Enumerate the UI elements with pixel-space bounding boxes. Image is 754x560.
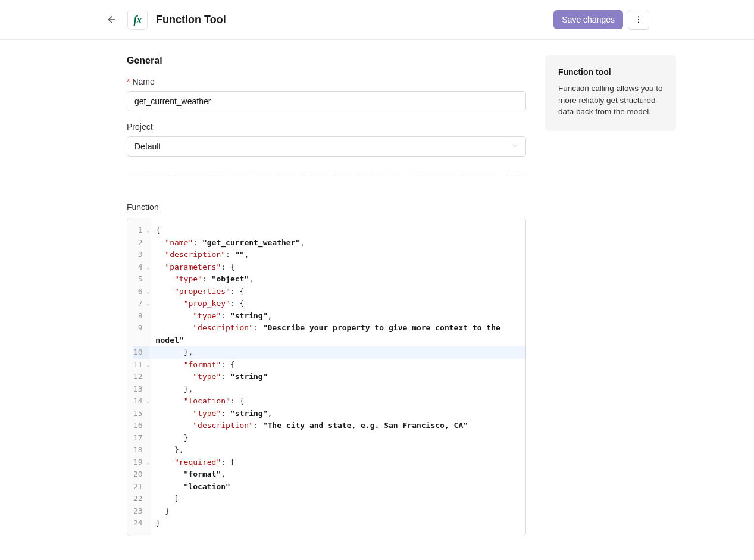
- gutter-line: 19⌄: [133, 456, 150, 469]
- header-left: fx Function Tool: [105, 10, 226, 30]
- gutter-line: 18: [133, 444, 150, 456]
- header-right: Save changes: [553, 10, 649, 30]
- gutter-line: 12: [133, 371, 150, 383]
- code-line[interactable]: },: [151, 346, 525, 359]
- gutter-line: 6⌄: [133, 286, 150, 298]
- gutter-line: 7⌄: [133, 298, 150, 310]
- svg-point-2: [638, 19, 639, 20]
- name-input[interactable]: [127, 91, 526, 111]
- code-line[interactable]: {: [151, 224, 525, 237]
- code-line[interactable]: "format",: [151, 468, 525, 481]
- fx-badge: fx: [127, 10, 148, 30]
- project-select-value: Default: [134, 142, 161, 151]
- gutter-line: 21: [133, 481, 150, 493]
- code-body[interactable]: { "name": "get_current_weather", "descri…: [151, 218, 525, 536]
- svg-point-3: [638, 22, 639, 23]
- info-card-title: Function tool: [558, 67, 664, 77]
- fold-toggle-icon[interactable]: ⌄: [146, 298, 149, 310]
- gutter-line: 11⌄: [133, 359, 150, 371]
- project-field: Project Default: [127, 122, 526, 157]
- gutter-line: 17: [133, 432, 150, 445]
- page-header: fx Function Tool Save changes: [0, 0, 754, 40]
- info-card-body: Function calling allows you to more reli…: [558, 83, 664, 118]
- more-actions-button[interactable]: [628, 10, 649, 30]
- code-line[interactable]: "description": "Describe your property t…: [151, 322, 525, 346]
- fx-badge-text: fx: [134, 14, 142, 26]
- code-gutter: 1⌄234⌄56⌄7⌄891011⌄121314⌄1516171819⌄2021…: [127, 218, 151, 536]
- gutter-line: 4⌄: [133, 261, 150, 274]
- gutter-line: 22: [133, 493, 150, 505]
- gutter-line: 1⌄: [133, 224, 150, 237]
- code-line[interactable]: "type": "string": [151, 371, 525, 383]
- function-label: Function: [127, 202, 526, 212]
- code-line[interactable]: "type": "string",: [151, 310, 525, 323]
- save-changes-button[interactable]: Save changes: [553, 10, 623, 29]
- code-line[interactable]: }: [151, 432, 525, 445]
- code-line[interactable]: }: [151, 517, 525, 530]
- code-line[interactable]: "parameters": {: [151, 261, 525, 274]
- code-line[interactable]: },: [151, 444, 525, 456]
- fold-toggle-icon[interactable]: ⌄: [146, 224, 149, 237]
- gutter-line: 23: [133, 505, 150, 518]
- back-button[interactable]: [105, 12, 119, 27]
- page-title: Function Tool: [156, 14, 226, 26]
- code-line[interactable]: }: [151, 505, 525, 518]
- code-line[interactable]: "type": "string",: [151, 408, 525, 420]
- name-label: *Name: [127, 77, 526, 86]
- required-star: *: [127, 77, 130, 86]
- section-divider: [127, 176, 526, 176]
- name-field: *Name: [127, 77, 526, 111]
- gutter-line: 24: [133, 517, 150, 530]
- gutter-line: 8: [133, 310, 150, 323]
- svg-point-1: [638, 16, 639, 17]
- gutter-line: 3: [133, 249, 150, 261]
- fold-toggle-icon[interactable]: ⌄: [146, 286, 149, 298]
- fold-toggle-icon[interactable]: ⌄: [146, 395, 149, 408]
- project-select[interactable]: Default: [127, 136, 526, 157]
- main-column: General *Name Project Default Function: [127, 55, 526, 536]
- fold-toggle-icon[interactable]: ⌄: [146, 261, 149, 274]
- code-line[interactable]: "type": "object",: [151, 273, 525, 286]
- gutter-line: 16: [133, 420, 150, 432]
- sidebar: Function tool Function calling allows yo…: [545, 55, 676, 536]
- code-line[interactable]: ]: [151, 493, 525, 505]
- code-line[interactable]: "format": {: [151, 359, 525, 371]
- gutter-line: 2: [133, 237, 150, 249]
- gutter-line: 20: [133, 468, 150, 481]
- function-code-editor[interactable]: 1⌄234⌄56⌄7⌄891011⌄121314⌄1516171819⌄2021…: [127, 218, 526, 536]
- fold-toggle-icon[interactable]: ⌄: [146, 456, 149, 469]
- gutter-line: 14⌄: [133, 395, 150, 408]
- gutter-line: 15: [133, 408, 150, 420]
- code-line[interactable]: "description": "The city and state, e.g.…: [151, 420, 525, 432]
- code-line[interactable]: "name": "get_current_weather",: [151, 237, 525, 249]
- fold-toggle-icon[interactable]: ⌄: [146, 359, 149, 371]
- info-card: Function tool Function calling allows yo…: [545, 55, 676, 131]
- gutter-line: 5: [133, 273, 150, 286]
- arrow-left-icon: [107, 14, 117, 25]
- code-line[interactable]: "required": [: [151, 456, 525, 469]
- code-line[interactable]: "location": {: [151, 395, 525, 408]
- code-line[interactable]: "location": [151, 481, 525, 493]
- gutter-line: 10: [133, 346, 150, 359]
- gutter-line: 9: [133, 322, 150, 346]
- general-heading: General: [127, 55, 526, 66]
- project-label: Project: [127, 122, 526, 132]
- code-line[interactable]: "properties": {: [151, 286, 525, 298]
- code-line[interactable]: },: [151, 383, 525, 396]
- name-label-text: Name: [132, 77, 154, 86]
- gutter-line: 13: [133, 383, 150, 396]
- code-line[interactable]: "description": "",: [151, 249, 525, 261]
- chevron-down-icon: [511, 142, 518, 151]
- code-line[interactable]: "prop_key": {: [151, 298, 525, 310]
- content: General *Name Project Default Function: [0, 40, 754, 560]
- more-vertical-icon: [634, 15, 643, 24]
